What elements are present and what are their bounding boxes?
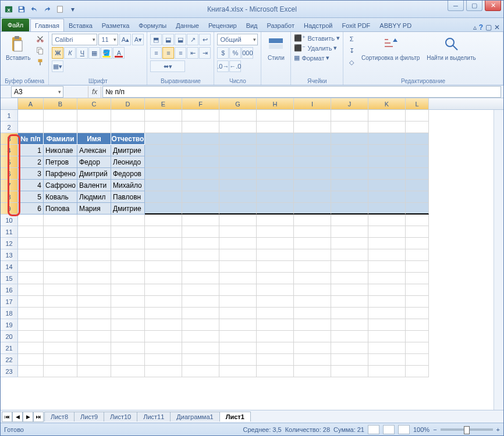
format-cells-button[interactable]: ▦Формат▾ (294, 53, 329, 62)
cell-H11[interactable] (257, 226, 294, 238)
cell-E3[interactable] (145, 133, 182, 145)
cell-G11[interactable] (219, 226, 257, 238)
cell-J13[interactable] (331, 249, 368, 261)
new-icon[interactable] (54, 3, 66, 15)
increase-font-icon[interactable]: A▴ (119, 34, 131, 45)
cell-K1[interactable] (368, 110, 406, 121)
cell-E7[interactable] (145, 180, 182, 191)
font-name-combo[interactable]: Calibri (52, 34, 97, 45)
cell-A19[interactable] (18, 319, 44, 331)
insert-cells-button[interactable]: ⬛⁺Вставить▾ (294, 34, 340, 42)
cell-C6[interactable]: Дмитрий (77, 168, 111, 180)
cell-B15[interactable] (44, 273, 77, 284)
underline-button[interactable]: Ч (76, 47, 88, 59)
cell-A3[interactable]: № п/п (18, 133, 44, 145)
ribbon-tab-8[interactable]: Надстрой (299, 19, 337, 31)
cell-F18[interactable] (182, 308, 219, 319)
cell-E22[interactable] (145, 354, 182, 366)
cell-G4[interactable] (219, 145, 257, 156)
cell-K14[interactable] (368, 261, 406, 273)
cell-G22[interactable] (219, 354, 257, 366)
cell-B23[interactable] (44, 366, 77, 377)
cell-L15[interactable] (406, 273, 429, 284)
cell-G16[interactable] (219, 284, 257, 296)
format-painter-icon[interactable] (35, 57, 45, 67)
cell-L4[interactable] (406, 145, 429, 156)
cell-G20[interactable] (219, 331, 257, 342)
cell-J11[interactable] (331, 226, 368, 238)
cell-I8[interactable] (294, 191, 331, 203)
cell-F11[interactable] (182, 226, 219, 238)
cell-B18[interactable] (44, 308, 77, 319)
cell-J9[interactable] (331, 203, 368, 215)
cell-C16[interactable] (77, 284, 111, 296)
row-header-3[interactable]: 3 (1, 133, 18, 145)
cell-I5[interactable] (294, 156, 331, 168)
cell-K5[interactable] (368, 156, 406, 168)
cell-H14[interactable] (257, 261, 294, 273)
align-top-icon[interactable]: ⬒ (150, 34, 162, 45)
cell-K6[interactable] (368, 168, 406, 180)
row-header-22[interactable]: 22 (1, 354, 18, 366)
cell-F5[interactable] (182, 156, 219, 168)
cell-G17[interactable] (219, 296, 257, 308)
row-header-6[interactable]: 6 (1, 168, 18, 180)
cell-L11[interactable] (406, 226, 429, 238)
sheet-tab-Диаграмма1[interactable]: Диаграмма1 (170, 412, 219, 421)
ribbon-tab-0[interactable]: Главная (30, 19, 64, 31)
cell-D8[interactable]: Павловн (111, 191, 145, 203)
cell-A18[interactable] (18, 308, 44, 319)
cell-D15[interactable] (111, 273, 145, 284)
row-header-13[interactable]: 13 (1, 249, 18, 261)
cell-A1[interactable] (18, 110, 44, 121)
redo-icon[interactable] (41, 3, 53, 15)
cell-L7[interactable] (406, 180, 429, 191)
ribbon-tab-4[interactable]: Данные (171, 19, 204, 31)
cell-L20[interactable] (406, 331, 429, 342)
cell-L5[interactable] (406, 156, 429, 168)
cell-D3[interactable]: Отчество (111, 133, 145, 145)
cell-D17[interactable] (111, 296, 145, 308)
sheet-tab-Лист1[interactable]: Лист1 (219, 412, 251, 421)
autosum-icon[interactable]: Σ (346, 34, 357, 44)
ribbon-tab-3[interactable]: Формулы (134, 19, 171, 31)
cell-I11[interactable] (294, 226, 331, 238)
row-header-12[interactable]: 12 (1, 238, 18, 249)
decrease-decimal-icon[interactable]: ←.0 (229, 60, 241, 72)
cell-D23[interactable] (111, 366, 145, 377)
cell-G1[interactable] (219, 110, 257, 121)
cell-I2[interactable] (294, 121, 331, 133)
sheet-tab-Лист8[interactable]: Лист8 (44, 412, 74, 421)
cell-F2[interactable] (182, 121, 219, 133)
italic-button[interactable]: К (64, 47, 76, 59)
cell-C11[interactable] (77, 226, 111, 238)
cell-K10[interactable] (368, 215, 406, 226)
delete-cells-button[interactable]: ⬛⁻Удалить▾ (294, 44, 337, 52)
sort-filter-button[interactable]: Сортировка и фильтр (359, 34, 422, 62)
row-header-17[interactable]: 17 (1, 296, 18, 308)
formula-input[interactable]: № п/п (102, 86, 501, 98)
row-header-7[interactable]: 7 (1, 180, 18, 191)
vertical-scrollbar[interactable] (494, 110, 503, 410)
fx-button[interactable]: fx (88, 86, 101, 98)
cell-G8[interactable] (219, 191, 257, 203)
cell-L3[interactable] (406, 133, 429, 145)
cell-F1[interactable] (182, 110, 219, 121)
cell-F19[interactable] (182, 319, 219, 331)
cell-I14[interactable] (294, 261, 331, 273)
cell-I9[interactable] (294, 203, 331, 215)
cell-J20[interactable] (331, 331, 368, 342)
cell-J8[interactable] (331, 191, 368, 203)
row-header-20[interactable]: 20 (1, 331, 18, 342)
column-header-G[interactable]: G (219, 98, 257, 109)
view-layout-icon[interactable] (383, 425, 395, 434)
cell-G19[interactable] (219, 319, 257, 331)
cell-D5[interactable]: Леонидо (111, 156, 145, 168)
cell-C23[interactable] (77, 366, 111, 377)
cell-D22[interactable] (111, 354, 145, 366)
cell-L21[interactable] (406, 342, 429, 354)
cell-I20[interactable] (294, 331, 331, 342)
cell-C5[interactable]: Федор (77, 156, 111, 168)
cell-F15[interactable] (182, 273, 219, 284)
cell-C7[interactable]: Валенти (77, 180, 111, 191)
